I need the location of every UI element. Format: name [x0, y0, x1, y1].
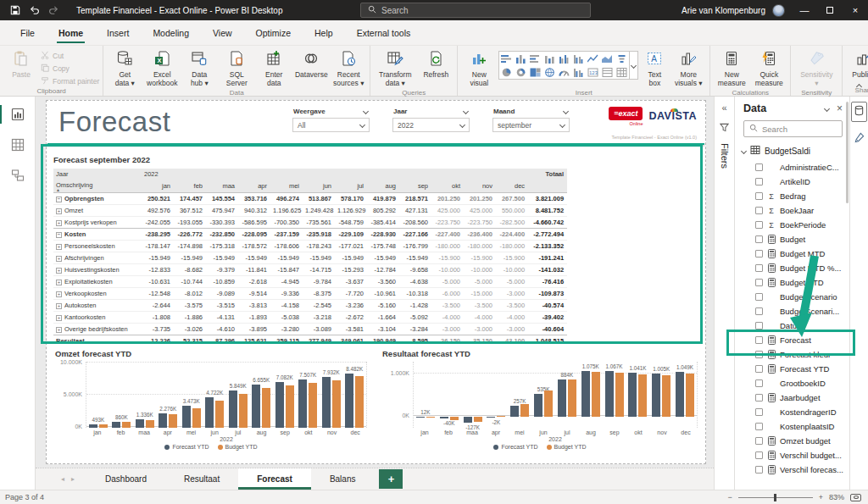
sensitivity-button[interactable]: Sensitivity ▾ [794, 48, 838, 88]
matrix-row[interactable]: +Kostprijs verkopen-242.055-193.055-330.… [53, 217, 567, 229]
matrix-row[interactable]: −Opbrengsten250.521174.457145.554353.716… [53, 193, 567, 205]
bar-group[interactable]: 3.473K [180, 362, 203, 428]
bar-budget-ytd[interactable] [592, 372, 600, 418]
donut-chart-icon[interactable] [514, 65, 528, 79]
more-visuals-button[interactable]: More visuals ▾ [670, 48, 706, 88]
bar-forecast-ytd[interactable] [628, 373, 637, 418]
bar-group[interactable]: 12K [414, 362, 437, 428]
bar-forecast-ytd[interactable] [252, 385, 260, 428]
format-painter-button[interactable]: Format painter [41, 76, 99, 86]
close-button[interactable]: × [843, 0, 868, 20]
expand-icon[interactable]: + [56, 315, 62, 321]
checkbox[interactable] [755, 322, 763, 330]
field-item-budget-ytd[interactable]: Budget YTD [735, 275, 849, 290]
slicer-dropdown[interactable]: 2022 [392, 118, 470, 132]
bar-group[interactable]: 860K [110, 362, 134, 428]
expand-icon[interactable]: + [56, 268, 62, 274]
bar-group[interactable]: 7.082K [273, 362, 297, 428]
checkbox[interactable] [755, 423, 763, 430]
matrix-month-header[interactable]: nov [464, 180, 496, 193]
matrix-month-header[interactable]: jul [335, 180, 367, 193]
matrix-row[interactable]: +Huisvestingskosten-12.833-8.682-9.379-1… [53, 264, 567, 276]
funnel-chart-icon[interactable] [615, 52, 629, 65]
bar-group[interactable]: 8.482K [343, 362, 367, 428]
add-page-button[interactable]: + [379, 469, 403, 489]
copy-button[interactable]: Copy [41, 64, 99, 74]
bar-budget-ytd[interactable] [192, 408, 201, 428]
multi-row-card-icon[interactable]: 123 [586, 65, 600, 79]
matrix-row[interactable]: +Overige bedrijfskosten-3.735-3.026-4.61… [53, 324, 567, 335]
bar-group[interactable]: 1.005K [649, 362, 673, 428]
minimize-button[interactable]: — [792, 0, 817, 20]
field-item-budget-mtd[interactable]: Budget MTD [735, 246, 849, 261]
quick-measure-button[interactable]: Quick measure [751, 48, 787, 88]
bar-budget-ytd[interactable] [332, 380, 341, 428]
paste-button[interactable]: Paste [3, 48, 39, 80]
bar-forecast-ytd[interactable] [345, 374, 353, 428]
bar-budget-ytd[interactable] [520, 404, 529, 417]
checkbox[interactable] [755, 408, 763, 416]
matrix-month-header[interactable]: aug [367, 180, 399, 193]
slicer-dropdown[interactable]: september [492, 118, 570, 132]
model-view-button[interactable] [0, 166, 35, 185]
card-icon[interactable] [571, 65, 586, 79]
bar-forecast-ytd[interactable] [558, 379, 566, 418]
bar-forecast-ytd[interactable] [89, 424, 97, 428]
matrix-visual[interactable]: Forecast september 2022 Jaar2022TotaalOm… [53, 155, 572, 346]
user-name[interactable]: Arie van Klompenburg [682, 6, 765, 15]
field-item-artikelid[interactable]: ArtikelID [735, 174, 849, 189]
field-item-forecast[interactable]: Forecast [735, 333, 849, 347]
bar-forecast-ytd[interactable] [487, 417, 495, 418]
matrix-row[interactable]: +Autokosten-2.644-3.575-3.515-3.813-4.15… [53, 300, 567, 312]
bar-forecast-ytd[interactable] [440, 417, 448, 418]
new-visual-button[interactable]: New visual [461, 48, 497, 88]
checkbox[interactable] [755, 293, 763, 301]
bar-group[interactable]: 1.075K [579, 362, 603, 428]
menu-optimize[interactable]: Optimize [244, 20, 303, 45]
page-tab-dashboard[interactable]: Dashboard [86, 468, 165, 490]
bar-budget-ytd[interactable] [215, 401, 224, 428]
bar-budget-ytd[interactable] [239, 394, 248, 428]
bar-budget-ytd[interactable] [662, 375, 670, 417]
bar-forecast-ytd[interactable] [510, 406, 519, 417]
bar-budget-ytd[interactable] [544, 390, 553, 417]
menu-file[interactable]: File [8, 20, 47, 45]
bar-group[interactable]: 5.849K [226, 362, 250, 428]
bar-group[interactable]: 493K [86, 362, 110, 428]
chevron-down-icon[interactable] [741, 147, 747, 153]
matrix-month-header[interactable]: jan [142, 180, 174, 193]
checkbox[interactable] [755, 264, 763, 272]
fit-to-page-icon[interactable] [850, 494, 861, 501]
bar-group[interactable]: 2.276K [157, 362, 181, 428]
100-stacked-bar-chart-icon[interactable] [557, 52, 571, 65]
get-data-button[interactable]: Get data ▾ [107, 48, 142, 88]
bar-group[interactable]: 7.507K [297, 362, 320, 428]
bar-budget-ytd[interactable] [286, 385, 294, 428]
field-item-omzet-budget[interactable]: Omzet budget [735, 434, 849, 448]
menu-external-tools[interactable]: External tools [345, 20, 423, 45]
collapse-ribbon-icon[interactable] [857, 77, 861, 92]
bar-budget-ytd[interactable] [309, 383, 317, 428]
expand-icon[interactable]: + [56, 291, 62, 297]
menu-home[interactable]: Home [47, 20, 95, 45]
bar-forecast-ytd[interactable] [581, 371, 590, 417]
bar-group[interactable]: -127K [461, 362, 485, 428]
bar-forecast-ytd[interactable] [322, 377, 331, 428]
field-item-jaarbudget[interactable]: Jaarbudget [735, 390, 849, 405]
data-hub-button[interactable]: Data hub ▾ [181, 48, 217, 88]
redo-icon[interactable] [48, 5, 59, 15]
checkbox[interactable] [755, 351, 763, 358]
gauge-icon[interactable] [557, 65, 571, 79]
field-item-grootboekid[interactable]: GrootboekID [735, 376, 849, 390]
checkbox[interactable] [755, 379, 763, 387]
table-icon[interactable] [600, 65, 615, 79]
bar-budget-ytd[interactable] [474, 417, 482, 422]
checkbox[interactable] [755, 163, 763, 171]
data-pane-search-input[interactable]: Search [743, 120, 843, 137]
menu-help[interactable]: Help [303, 20, 345, 45]
expand-icon[interactable]: + [56, 256, 62, 262]
save-icon[interactable] [10, 5, 20, 15]
next-page-arrow[interactable]: ▸ [71, 475, 75, 483]
cut-button[interactable]: Cut [41, 51, 99, 61]
omzet-forecast-chart[interactable]: Omzet forecast YTD10.000K5.000K0K493K860… [52, 346, 370, 460]
